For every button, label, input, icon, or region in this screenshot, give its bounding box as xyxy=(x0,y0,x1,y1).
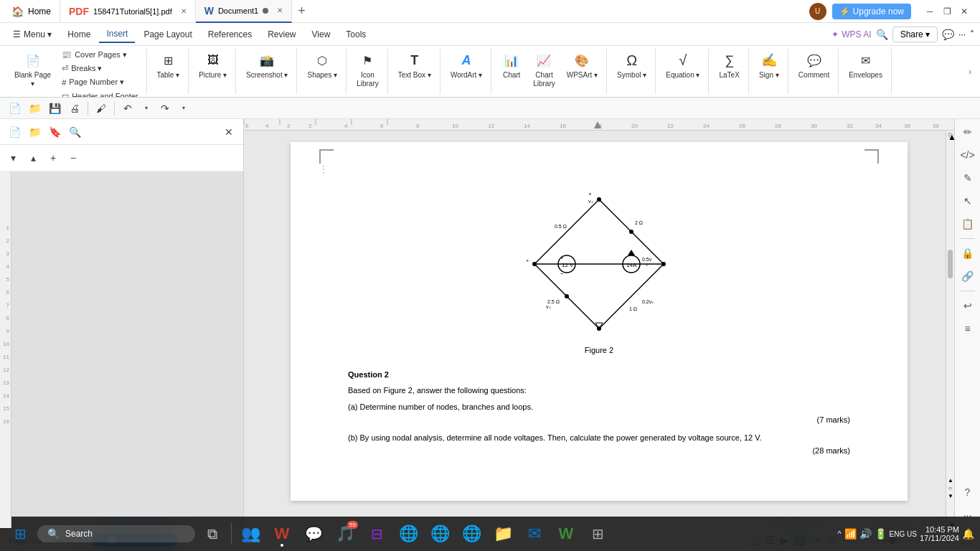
menu-references[interactable]: References xyxy=(201,27,259,42)
wordart-button[interactable]: A WordArt ▾ xyxy=(446,49,486,83)
cover-pages-button[interactable]: 📰 Cover Pages ▾ xyxy=(58,49,141,61)
chart-button[interactable]: 📊 Chart xyxy=(497,49,526,83)
figure-move-handle[interactable]: ⋮⋮ xyxy=(319,164,329,176)
right-panel-copy-btn[interactable]: 📋 xyxy=(958,214,978,234)
right-panel-edit-btn[interactable]: ✎ xyxy=(958,168,978,188)
tab-pdf-close[interactable]: ✕ xyxy=(181,7,187,15)
taskbar-app-chrome3[interactable]: 🌐 xyxy=(457,519,486,548)
ribbon-expand-button[interactable]: › xyxy=(966,49,974,94)
panel-folder[interactable]: 📁 xyxy=(26,123,43,141)
task-view-button[interactable]: ⧉ xyxy=(198,519,227,548)
volume-icon[interactable]: 🔊 xyxy=(859,528,872,540)
print-button[interactable]: 🖨 xyxy=(66,100,83,117)
wps-ai-button[interactable]: ✦ WPS AI xyxy=(831,29,871,39)
menu-insert[interactable]: Insert xyxy=(99,26,135,43)
picture-button[interactable]: 🖼 Picture ▾ xyxy=(194,49,231,83)
shapes-button[interactable]: ⬡ Shapes ▾ xyxy=(303,49,341,83)
scroll-up-btn[interactable]: ▲ xyxy=(948,477,953,484)
scroll-center-btn[interactable]: ○ xyxy=(948,485,953,491)
panel-close-button[interactable]: ✕ xyxy=(220,123,237,141)
minimize-button[interactable]: ─ xyxy=(923,4,937,19)
taskbar-app-outlook[interactable]: ✉ xyxy=(520,519,549,548)
taskbar-search[interactable]: 🔍 Search xyxy=(37,525,195,542)
new-file-button[interactable]: 📄 xyxy=(6,100,23,117)
tab-pdf[interactable]: PDF 158471Tutorial5[1].pdf ✕ xyxy=(60,0,196,23)
language-indicator[interactable]: ENG US xyxy=(890,529,917,539)
notification-btn[interactable]: 🔔 xyxy=(962,528,974,540)
restore-button[interactable]: ❐ xyxy=(940,4,954,19)
battery-icon[interactable]: 🔋 xyxy=(875,528,887,540)
redo-dropdown[interactable]: ▾ xyxy=(175,100,192,117)
taskbar-app-apps[interactable]: ⊞ xyxy=(583,519,612,548)
panel-page-view[interactable]: 📄 xyxy=(6,123,23,141)
menu-menu[interactable]: ☰ Menu ▾ xyxy=(6,27,59,42)
tray-overflow[interactable]: ^ xyxy=(837,529,841,538)
menu-view[interactable]: View xyxy=(305,27,338,42)
panel-bookmark[interactable]: 🔖 xyxy=(46,123,63,141)
breaks-button[interactable]: ⏎ Breaks ▾ xyxy=(58,62,141,75)
paint-format-button[interactable]: 🖌 xyxy=(93,100,110,117)
add-tab-button[interactable]: + xyxy=(292,4,311,19)
page-number-button[interactable]: # Page Number ▾ xyxy=(58,76,141,88)
envelopes-button[interactable]: ✉ Envelopes xyxy=(844,49,887,83)
right-panel-help-btn[interactable]: ? xyxy=(958,482,978,502)
right-panel-code-btn[interactable]: </> xyxy=(958,145,978,165)
save-file-button[interactable]: 💾 xyxy=(46,100,63,117)
right-panel-history-btn[interactable]: ↩ xyxy=(958,296,978,316)
right-panel-pen-btn[interactable]: ✏ xyxy=(958,122,978,142)
symbol-button[interactable]: Ω Symbol ▾ xyxy=(613,49,651,83)
taskbar-app-messenger[interactable]: 💬 xyxy=(299,519,328,548)
document-scroll-area[interactable]: ⋮⋮ xyxy=(255,131,943,528)
right-panel-link-btn[interactable]: 🔗 xyxy=(958,266,978,286)
comment-button[interactable]: 💬 Comment xyxy=(794,49,834,83)
close-button[interactable]: ✕ xyxy=(957,4,971,19)
textbox-button[interactable]: T Text Box ▾ xyxy=(394,49,435,83)
redo-button[interactable]: ↷ xyxy=(156,100,174,117)
latex-button[interactable]: ∑ LaTeX xyxy=(715,49,743,83)
scroll-down-btn[interactable]: ▼ xyxy=(948,493,953,499)
taskbar-app-chrome1[interactable]: 🌐 xyxy=(394,519,423,548)
collapse-ribbon-button[interactable]: ˄ xyxy=(970,29,974,39)
comment-icon[interactable]: 💬 xyxy=(942,29,954,40)
equation-button[interactable]: √ Equation ▾ xyxy=(661,49,704,83)
menu-tools[interactable]: Tools xyxy=(339,27,373,42)
more-options-icon[interactable]: ··· xyxy=(958,29,966,39)
undo-dropdown[interactable]: ▾ xyxy=(138,100,155,117)
share-button[interactable]: Share ▾ xyxy=(892,27,938,42)
chart-library-button[interactable]: 📈 ChartLibrary xyxy=(529,49,560,91)
taskbar-app-badge-59[interactable]: 🎵 59 xyxy=(331,519,359,548)
menu-review[interactable]: Review xyxy=(260,27,303,42)
wpsart-button[interactable]: 🎨 WPSArt ▾ xyxy=(562,49,602,83)
nav-down-button[interactable]: ▾ xyxy=(4,149,22,166)
right-panel-lock-btn[interactable]: 🔒 xyxy=(958,243,978,263)
open-file-button[interactable]: 📁 xyxy=(26,100,43,117)
header-footer-button[interactable]: ▭ Header and Footer xyxy=(58,90,141,98)
scrollbar-up-arrow[interactable]: ▲ xyxy=(948,132,953,138)
nav-minus-button[interactable]: − xyxy=(65,149,82,166)
upgrade-button[interactable]: ⚡ Upgrade now xyxy=(832,4,911,19)
tab-doc1-close[interactable]: ✕ xyxy=(277,6,283,14)
user-avatar[interactable]: U xyxy=(809,3,826,20)
taskbar-app-purple[interactable]: ⊟ xyxy=(362,519,391,548)
icon-library-button[interactable]: ⚑ IconLibrary xyxy=(352,49,383,91)
nav-add-button[interactable]: + xyxy=(44,149,62,166)
blank-page-button[interactable]: 📄 Blank Page▾ xyxy=(10,49,55,91)
menu-home[interactable]: Home xyxy=(60,27,98,42)
right-panel-select-btn[interactable]: ↖ xyxy=(958,191,978,211)
menu-page-layout[interactable]: Page Layout xyxy=(136,27,199,42)
taskbar-app-teams[interactable]: 👥 xyxy=(236,519,265,548)
sign-button[interactable]: ✍ Sign ▾ xyxy=(755,49,783,83)
right-panel-list-btn[interactable]: ≡ xyxy=(958,319,978,339)
scrollbar-thumb[interactable] xyxy=(948,250,953,278)
wifi-icon[interactable]: 📶 xyxy=(844,528,857,540)
tab-doc1[interactable]: W Document1 ✕ xyxy=(196,0,292,23)
search-icon[interactable]: 🔍 xyxy=(876,29,888,40)
panel-search[interactable]: 🔍 xyxy=(66,123,83,141)
tab-home[interactable]: 🏠 Home xyxy=(3,0,60,23)
table-button[interactable]: ⊞ Table ▾ xyxy=(153,49,184,83)
taskbar-app-wps2[interactable]: W xyxy=(552,519,580,548)
taskbar-app-chrome2[interactable]: 🌐 xyxy=(425,519,454,548)
taskbar-app-files[interactable]: 📁 xyxy=(489,519,517,548)
system-time[interactable]: 10:45 PM 17/11/2024 xyxy=(920,525,959,542)
vertical-scrollbar[interactable]: ▲ ▲ ○ ▼ ▼ xyxy=(946,131,954,528)
